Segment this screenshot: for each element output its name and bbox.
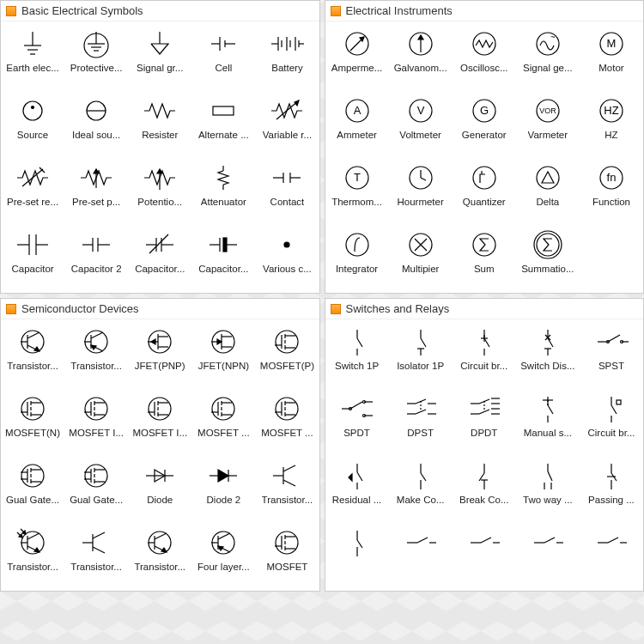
symbol-label: Manual s... — [524, 428, 572, 453]
symbol-label: Multipier — [402, 264, 439, 289]
symbol-item[interactable]: MOSFET — [255, 522, 319, 589]
symbol-item[interactable]: Protective... — [64, 23, 128, 90]
symbol-item[interactable]: Four layer... — [191, 522, 255, 589]
symbol-item[interactable]: Oscillosc... — [453, 23, 516, 90]
symbol-item[interactable]: Alternate ... — [191, 90, 255, 157]
symbol-label: Varmeter — [528, 130, 568, 155]
symbol-item[interactable]: HZHZ — [580, 90, 643, 157]
symbol-item[interactable]: Quantizer — [453, 157, 516, 224]
symbol-item[interactable]: Cell — [191, 23, 255, 90]
symbol-item[interactable]: SPDT — [325, 388, 389, 455]
symbol-item[interactable]: Earth elec... — [1, 23, 64, 90]
symbol-item[interactable]: AAmmeter — [325, 90, 389, 157]
symbol-item[interactable]: Isolator 1P — [389, 321, 453, 388]
symbol-item[interactable]: VVoltmeter — [389, 90, 453, 157]
symbol-item[interactable]: Variable r... — [255, 90, 319, 157]
symbol-item[interactable] — [325, 522, 389, 589]
symbol-item[interactable]: Source — [1, 90, 64, 157]
symbol-label: Transistor... — [7, 361, 58, 386]
symbol-item[interactable]: JFET(NPN) — [191, 321, 255, 388]
symbol-item[interactable]: MOSFET(P) — [255, 321, 319, 388]
symbol-item[interactable]: Switch 1P — [325, 321, 389, 388]
symbol-item[interactable]: MOSFET ... — [191, 388, 255, 455]
photo-trans-icon — [9, 526, 57, 560]
symbol-item[interactable]: Two way ... — [516, 455, 580, 522]
symbol-item[interactable]: VORVarmeter — [516, 90, 580, 157]
spdt-icon — [333, 392, 381, 426]
symbol-item[interactable]: GGenerator — [453, 90, 516, 157]
symbol-item[interactable]: Resister — [128, 90, 191, 157]
symbol-item[interactable]: fnFunction — [580, 157, 643, 224]
variable-resistor-icon — [263, 94, 311, 128]
symbol-item[interactable]: Capacitor... — [191, 224, 255, 291]
symbol-item[interactable]: Battery — [255, 23, 319, 90]
symbol-item[interactable]: Transistor... — [64, 321, 128, 388]
symbol-item[interactable]: Gual Gate... — [64, 455, 128, 522]
dual-gate1-icon — [9, 459, 57, 493]
symbol-item[interactable] — [580, 522, 643, 589]
symbol-label: HZ — [605, 130, 617, 155]
symbol-item[interactable]: TThermom... — [325, 157, 389, 224]
break-icon — [460, 459, 508, 493]
symbol-item[interactable]: SPST — [580, 321, 643, 388]
symbol-item[interactable]: Delta — [516, 157, 580, 224]
symbol-item[interactable]: Transistor... — [255, 455, 319, 522]
symbol-item[interactable]: Galvanom... — [389, 23, 453, 90]
symbol-item[interactable]: MOSFET ... — [255, 388, 319, 455]
symbol-item[interactable]: Diode 2 — [191, 455, 255, 522]
symbol-item[interactable]: Gual Gate... — [1, 455, 64, 522]
symbol-item[interactable]: Transistor... — [64, 522, 128, 589]
symbol-item[interactable]: Potentio... — [128, 157, 191, 224]
symbol-item[interactable]: Hourmeter — [389, 157, 453, 224]
panel-header[interactable]: Electrical Instruments — [325, 1, 644, 21]
symbol-item[interactable]: Transistor... — [1, 522, 64, 589]
symbol-item[interactable]: Pre-set p... — [64, 157, 128, 224]
delta-icon — [524, 161, 572, 195]
symbol-item[interactable]: DPST — [389, 388, 453, 455]
symbol-item[interactable]: Circuit br... — [453, 321, 516, 388]
symbol-item[interactable]: Multipier — [389, 224, 453, 291]
symbol-item[interactable]: Capacitor — [1, 224, 64, 291]
symbol-item[interactable]: Transistor... — [1, 321, 64, 388]
symbol-item[interactable]: Summatio... — [516, 224, 580, 291]
symbol-item[interactable]: Capacitor 2 — [64, 224, 128, 291]
symbol-item[interactable] — [389, 522, 453, 589]
panel-header[interactable]: Semiconductor Devices — [1, 299, 319, 319]
symbol-item[interactable]: MOSFET I... — [64, 388, 128, 455]
symbol-item[interactable]: Circuit br... — [580, 388, 643, 455]
symbol-item[interactable]: Signal gr... — [128, 23, 191, 90]
symbol-item[interactable]: Break Co... — [453, 455, 516, 522]
symbol-item[interactable]: Transistor... — [128, 522, 191, 589]
symbol-item[interactable]: Various c... — [255, 224, 319, 291]
symbol-item[interactable]: Amperme... — [325, 23, 389, 90]
potentiometer-icon — [136, 161, 184, 195]
symbol-label: Gual Gate... — [6, 495, 59, 520]
symbol-item[interactable]: MOSFET(N) — [1, 388, 64, 455]
symbol-item[interactable]: Diode — [128, 455, 191, 522]
symbol-item[interactable]: Manual s... — [516, 388, 580, 455]
symbol-item[interactable]: Capacitor... — [128, 224, 191, 291]
symbol-item[interactable]: Sum — [453, 224, 516, 291]
symbol-item[interactable]: Passing ... — [580, 455, 643, 522]
symbol-item[interactable]: Make Co... — [389, 455, 453, 522]
mosfet-icon — [263, 526, 311, 560]
symbol-item[interactable]: MOSFET I... — [128, 388, 191, 455]
symbol-item[interactable] — [516, 522, 580, 589]
symbol-item[interactable]: Residual ... — [325, 455, 389, 522]
symbol-item[interactable]: Signal ge... — [516, 23, 580, 90]
symbol-item[interactable]: MMotor — [580, 23, 643, 90]
symbol-item[interactable]: Integrator — [325, 224, 389, 291]
symbol-item[interactable]: Ideal sou... — [64, 90, 128, 157]
symbol-item[interactable]: DPDT — [453, 388, 516, 455]
symbol-item[interactable]: JFET(PNP) — [128, 321, 191, 388]
panel-header[interactable]: Basic Electrical Symbols — [1, 1, 319, 21]
symbol-item[interactable] — [453, 522, 516, 589]
panel-header-icon — [6, 304, 16, 314]
symbol-item[interactable]: Contact — [255, 157, 319, 224]
symbol-label: Galvanom... — [394, 63, 447, 88]
symbol-item[interactable]: Switch Dis... — [516, 321, 580, 388]
symbol-item[interactable]: Attenuator — [191, 157, 255, 224]
source-icon — [9, 94, 57, 128]
panel-header[interactable]: Switches and Relays — [325, 299, 644, 319]
symbol-item[interactable]: Pre-set re... — [1, 157, 64, 224]
